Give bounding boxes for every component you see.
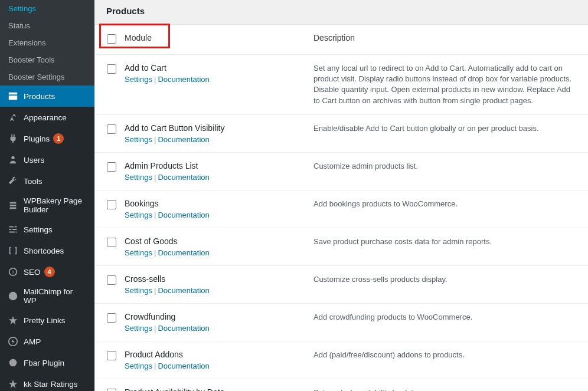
sidebar-item[interactable]: Fbar Plugin — [0, 352, 94, 373]
module-title: Cross-sells — [125, 274, 313, 284]
wpbakery-icon — [7, 199, 19, 211]
sidebar-item-label: Appearance — [24, 113, 67, 122]
sidebar-item-label: Users — [24, 156, 44, 165]
settings-link[interactable]: Settings — [125, 324, 152, 333]
update-badge: 4 — [44, 267, 55, 277]
link-separator: | — [154, 75, 156, 84]
main-content: Products Module Description Add to CartS… — [94, 0, 588, 391]
appearance-icon — [7, 111, 19, 123]
table-header: Module Description — [95, 25, 588, 55]
module-description: Enable/disable Add to Cart button global… — [313, 123, 576, 134]
sidebar-item-label: Products — [24, 92, 55, 101]
sidebar-sub-label: Status — [8, 21, 30, 30]
mailchimp-icon — [7, 290, 19, 302]
table-row: Add to Cart Button VisibilitySettings|Do… — [95, 115, 588, 153]
column-description[interactable]: Description — [313, 33, 355, 42]
table-row: Admin Products ListSettings|Documentatio… — [95, 153, 588, 190]
sidebar-sub-label: Booster Settings — [8, 73, 64, 81]
documentation-link[interactable]: Documentation — [158, 362, 209, 370]
table-row: Product AddonsSettings|DocumentationAdd … — [95, 341, 588, 379]
sidebar-item-label: Plugins — [24, 134, 50, 143]
star-icon — [7, 378, 19, 390]
seo-icon — [7, 266, 19, 278]
tools-icon — [7, 175, 19, 187]
module-description: Add bookings products to WooCommerce. — [313, 199, 576, 209]
settings-link[interactable]: Settings — [125, 75, 152, 84]
module-description: Customize admin products list. — [313, 161, 576, 172]
sidebar-sub-item[interactable]: Booster Tools — [0, 51, 94, 68]
row-checkbox[interactable] — [107, 313, 116, 323]
module-links: Settings|Documentation — [125, 75, 313, 84]
module-description: Add (paid/free/discount) addons to produ… — [313, 350, 576, 360]
settings-link[interactable]: Settings — [125, 286, 152, 295]
table-row: Add to CartSettings|DocumentationSet any… — [95, 55, 588, 115]
module-links: Settings|Documentation — [125, 324, 313, 333]
sidebar-item-label: MailChimp for WP — [24, 287, 87, 305]
shortcodes-icon — [7, 245, 19, 257]
link-separator: | — [154, 362, 156, 370]
row-checkbox[interactable] — [107, 124, 116, 134]
sidebar-item[interactable]: Settings — [0, 219, 94, 240]
table-row: BookingsSettings|DocumentationAdd bookin… — [95, 190, 588, 228]
documentation-link[interactable]: Documentation — [158, 173, 209, 182]
sidebar-item[interactable]: Shortcodes — [0, 240, 94, 261]
settings-link[interactable]: Settings — [125, 362, 152, 370]
settings-link[interactable]: Settings — [125, 248, 152, 257]
module-links: Settings|Documentation — [125, 211, 313, 219]
sidebar-item-label: WPBakery Page Builder — [24, 196, 87, 214]
row-checkbox[interactable] — [107, 200, 116, 209]
sidebar-item[interactable]: Users — [0, 149, 94, 170]
sidebar-item-label: Shortcodes — [24, 247, 64, 255]
sidebar-item[interactable]: Tools — [0, 170, 94, 192]
sidebar-sub-item[interactable]: Extensions — [0, 34, 94, 51]
module-links: Settings|Documentation — [125, 286, 313, 295]
column-module[interactable]: Module — [125, 33, 152, 42]
table-row: Cross-sellsSettings|DocumentationCustomi… — [95, 266, 588, 304]
sidebar-item-label: Fbar Plugin — [24, 359, 64, 367]
module-title: Cost of Goods — [125, 236, 313, 246]
sidebar-item[interactable]: AMP — [0, 331, 94, 352]
row-checkbox[interactable] — [107, 275, 116, 285]
documentation-link[interactable]: Documentation — [158, 286, 209, 295]
module-title: Admin Products List — [125, 161, 313, 170]
select-all-checkbox[interactable] — [107, 34, 116, 44]
settings-link[interactable]: Settings — [125, 173, 152, 182]
sidebar-item[interactable]: MailChimp for WP — [0, 282, 94, 310]
documentation-link[interactable]: Documentation — [158, 211, 209, 219]
sidebar-sub-item[interactable]: Booster Settings — [0, 68, 94, 86]
fbar-icon — [7, 357, 19, 369]
row-checkbox[interactable] — [107, 238, 116, 247]
sidebar-item[interactable]: Plugins1 — [0, 128, 94, 149]
settings-link[interactable]: Settings — [125, 135, 152, 144]
link-separator: | — [154, 324, 156, 333]
sidebar-item[interactable]: Appearance — [0, 107, 94, 128]
link-separator: | — [154, 286, 156, 295]
sidebar-item[interactable]: SEO4 — [0, 261, 94, 282]
row-checkbox[interactable] — [107, 351, 116, 360]
sidebar-item[interactable]: kk Star Ratings — [0, 373, 94, 391]
module-description: Add crowdfunding products to WooCommerce… — [313, 312, 576, 323]
module-links: Settings|Documentation — [125, 248, 313, 257]
page-title: Products — [94, 0, 588, 24]
documentation-link[interactable]: Documentation — [158, 135, 209, 144]
sidebar-item[interactable]: Pretty Links — [0, 310, 94, 331]
row-checkbox[interactable] — [107, 162, 116, 172]
sidebar-item[interactable]: WPBakery Page Builder — [0, 192, 94, 219]
prettylinks-icon — [7, 314, 19, 326]
update-badge: 1 — [53, 133, 64, 144]
documentation-link[interactable]: Documentation — [158, 324, 209, 333]
documentation-link[interactable]: Documentation — [158, 75, 209, 84]
sidebar-sub-item[interactable]: Status — [0, 17, 94, 34]
row-checkbox[interactable] — [107, 389, 116, 391]
link-separator: | — [154, 248, 156, 257]
sidebar-item[interactable]: Products — [0, 86, 94, 107]
sidebar-item-label: Pretty Links — [24, 316, 66, 325]
table-row: CrowdfundingSettings|DocumentationAdd cr… — [95, 304, 588, 341]
sidebar-item-label: kk Star Ratings — [24, 380, 78, 389]
settings-link[interactable]: Settings — [125, 211, 152, 219]
module-title: Product Availability by Date — [125, 387, 313, 391]
sidebar-sub-item[interactable]: Settings — [0, 0, 94, 17]
row-checkbox[interactable] — [107, 64, 116, 74]
module-title: Bookings — [125, 199, 313, 208]
documentation-link[interactable]: Documentation — [158, 248, 209, 257]
